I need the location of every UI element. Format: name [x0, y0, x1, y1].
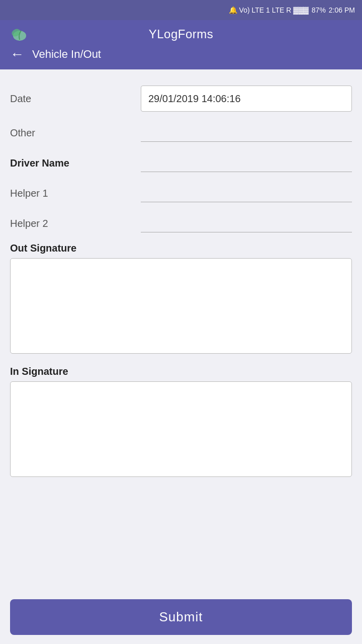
page-title: Vehicle In/Out — [32, 48, 101, 61]
date-label: Date — [10, 93, 141, 105]
back-button[interactable]: ← — [10, 47, 24, 61]
helper1-row: Helper 1 — [10, 177, 352, 207]
form-area: Date Other Driver Name Helper 1 Helper 2… — [0, 69, 362, 590]
app-logo-icon — [10, 25, 29, 44]
driver-name-row: Driver Name — [10, 147, 352, 177]
battery-indicator: 87% — [312, 6, 326, 14]
driver-name-input[interactable] — [141, 154, 352, 172]
helper1-label: Helper 1 — [10, 188, 141, 199]
date-row: Date — [10, 78, 352, 117]
in-signature-section: In Signature — [10, 366, 352, 479]
status-bar: 🔔 Vo) LTE 1 LTE R ▓▓▓ 87% 2:06 PM — [0, 0, 362, 20]
other-row: Other — [10, 117, 352, 147]
helper2-label: Helper 2 — [10, 218, 141, 229]
in-signature-canvas[interactable] — [10, 381, 352, 477]
date-input[interactable] — [141, 86, 352, 112]
app-header: YLogForms ← Vehicle In/Out — [0, 20, 362, 69]
helper1-input[interactable] — [141, 184, 352, 202]
helper2-input[interactable] — [141, 214, 352, 232]
driver-name-label: Driver Name — [10, 157, 141, 169]
in-signature-label: In Signature — [10, 366, 352, 377]
time-display: 2:06 PM — [329, 6, 355, 14]
other-input[interactable] — [141, 124, 352, 142]
status-icons: 🔔 Vo) LTE 1 LTE R ▓▓▓ — [229, 6, 309, 14]
other-label: Other — [10, 127, 141, 139]
app-title: YLogForms — [149, 27, 214, 41]
out-signature-section: Out Signature — [10, 243, 352, 356]
out-signature-canvas[interactable] — [10, 258, 352, 354]
submit-button[interactable]: Submit — [10, 599, 352, 635]
helper2-row: Helper 2 — [10, 207, 352, 237]
out-signature-label: Out Signature — [10, 243, 352, 254]
